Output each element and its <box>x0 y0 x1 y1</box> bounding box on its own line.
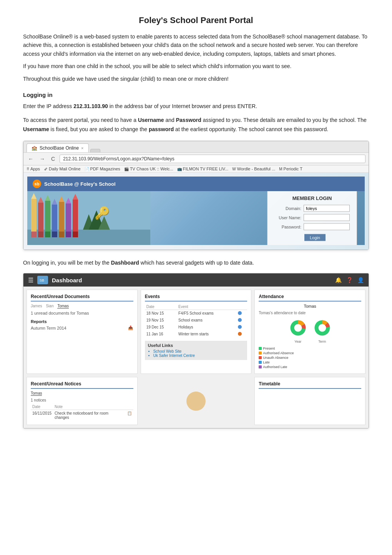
browser-screenshot: 🏫 SchoolBase Online × ← → C ⠿ Apps 🗞 Dai… <box>23 141 369 250</box>
recent-documents-card: Recent/Unread Documents James Sian Tomas… <box>27 290 138 374</box>
event-dot <box>238 325 242 329</box>
event-name: Holidays <box>177 324 236 331</box>
tab-james[interactable]: James <box>31 304 42 308</box>
login-button-row: Login <box>274 233 350 241</box>
wordle-icon: W <box>232 167 236 171</box>
legend-label: Unauth Absence <box>263 356 288 360</box>
dashboard-screenshot: ☰ SB Dashboard 🔔 ❓ 👤 Recent/Unread Docum… <box>23 273 369 428</box>
event-dot-cell <box>236 324 247 331</box>
login-button[interactable]: Login <box>304 234 326 241</box>
unread-count-text: 1 unread documents for Tomas <box>31 311 89 315</box>
help-icon[interactable]: ❓ <box>346 277 353 283</box>
notices-tab-tomas[interactable]: Tomas <box>31 391 42 396</box>
pdf-icon: 📄 <box>85 167 89 171</box>
username-label: Username <box>138 117 164 123</box>
and-text: and <box>164 117 176 123</box>
legend-color-dot <box>259 352 262 355</box>
decoration-area <box>141 377 252 425</box>
forward-button[interactable]: → <box>38 155 47 163</box>
logging-in-heading: Logging in <box>23 92 369 98</box>
event-row: 19 Dec 15 Holidays <box>145 324 247 331</box>
dashboard-title: Dashboard <box>52 277 82 283</box>
term-pie-container: Term <box>312 317 333 343</box>
bk-apps[interactable]: ⠿ Apps <box>27 167 40 171</box>
key-icon: 🔑 <box>95 206 110 220</box>
recent-docs-title: Recent/Unread Documents <box>31 294 133 302</box>
bk-daily-mail[interactable]: 🗞 Daily Mail Online <box>44 167 81 171</box>
event-name: F4/F5 School exams <box>177 310 236 317</box>
legend-item: Late <box>259 360 361 364</box>
legend-color-dot <box>259 347 262 350</box>
back-button[interactable]: ← <box>27 155 35 163</box>
password-input[interactable] <box>304 223 350 230</box>
date-col-header: Date <box>145 304 177 310</box>
bk-periodic[interactable]: M Periodic T <box>279 167 302 171</box>
event-date: 11 Jan 16 <box>145 331 177 338</box>
event-dot-cell <box>236 331 247 338</box>
svg-rect-19 <box>66 232 71 237</box>
user-icon[interactable]: 👤 <box>357 277 364 283</box>
event-row: 18 Nov 15 F4/F5 School exams <box>145 310 247 317</box>
download-icon[interactable]: 📥 <box>128 325 133 330</box>
bk-wordle[interactable]: W Wordle - Beautiful ... <box>232 167 275 171</box>
notices-count: 1 notices <box>31 398 133 402</box>
pencil-image: 🔑 MEMBER LOGIN Domain: User Name: Passwo… <box>27 191 365 245</box>
filmon-icon: 📺 <box>177 167 182 171</box>
bell-icon[interactable]: 🔔 <box>335 277 342 283</box>
uk-safer-link[interactable]: Uk Safer Internet Centre <box>153 353 244 358</box>
bk-pdf[interactable]: 📄 PDF Magazines <box>85 167 120 171</box>
useful-links-title: Useful Links <box>148 343 244 348</box>
inactive-tab[interactable] <box>90 149 100 152</box>
ip-address: 212.31.103.90 <box>73 103 108 109</box>
bk-periodic-label: Periodic T <box>284 167 302 171</box>
svg-point-29 <box>294 324 302 332</box>
tab-sian[interactable]: Sian <box>46 304 53 308</box>
browser-chrome: 🏫 SchoolBase Online × <box>23 141 369 153</box>
dashboard-bold-text: Dashboard <box>111 260 139 266</box>
login-text3: assigned to you. These details are email… <box>201 117 367 123</box>
notices-tabs: Tomas <box>31 391 133 396</box>
school-web-link[interactable]: School Web Site <box>153 349 244 353</box>
username-input[interactable] <box>304 214 350 221</box>
login-title: MEMBER LOGIN <box>274 195 350 201</box>
notice-note: Check the noticeboard for room changes <box>53 410 126 421</box>
bk-pdf-label: PDF Magazines <box>90 167 120 171</box>
username-label-2: Username <box>23 126 49 132</box>
hamburger-icon[interactable]: ☰ <box>28 277 33 284</box>
schoolbase-header-text: SchoolBase @ Foley's School <box>44 181 116 187</box>
schoolbase-dash-logo: SB <box>37 276 48 284</box>
year-label: Year <box>294 340 301 343</box>
legend-item: Unauth Absence <box>259 356 361 360</box>
dashboard-middle-bottom <box>141 377 252 425</box>
event-dot <box>238 318 242 322</box>
dashboard-bottom-row: Recent/Unread Notices Tomas 1 notices Da… <box>23 377 369 428</box>
intro-paragraph-2: If you have more than one child in the s… <box>23 62 369 70</box>
attendance-card: Attendance Tomas Tomas's attendance to d… <box>254 290 365 374</box>
schoolbase-logo-icon: SB <box>39 277 47 283</box>
domain-input[interactable] <box>304 205 350 212</box>
event-row: 11 Jan 16 Winter term starts <box>145 331 247 338</box>
address-bar[interactable] <box>60 155 365 163</box>
tab-tomas[interactable]: Tomas <box>57 304 68 308</box>
bk-tvchaos[interactable]: 🎬 TV Chaos UK :: Welc... <box>124 167 173 171</box>
legend-color-dot <box>259 361 262 364</box>
intro-paragraph-1: SchoolBase Online® is a web-based system… <box>23 32 369 58</box>
notices-note-header: Note <box>53 404 126 410</box>
event-date: 18 Nov 15 <box>145 310 177 317</box>
notices-action-header <box>126 404 133 410</box>
events-table: Date Event 18 Nov 15 F4/F5 School exams … <box>145 304 247 338</box>
svg-rect-11 <box>52 205 57 233</box>
refresh-button[interactable]: C <box>50 155 56 163</box>
tab-close-button[interactable]: × <box>81 146 83 150</box>
event-date: 19 Dec 15 <box>145 324 177 331</box>
active-browser-tab[interactable]: 🏫 SchoolBase Online × <box>27 143 89 152</box>
login-text2: To access the parent portal, you need to… <box>23 117 138 123</box>
bk-filmon[interactable]: 📺 FILMON TV FREE LIV... <box>177 167 229 171</box>
notices-date-header: Date <box>31 404 53 410</box>
password-label-field: Password: <box>274 225 301 229</box>
event-dot-cell <box>236 310 247 317</box>
notice-icon[interactable]: 📋 <box>126 410 133 421</box>
term-label: Term <box>318 340 326 343</box>
bk-filmon-label: FILMON TV FREE LIV... <box>183 167 229 171</box>
svg-rect-17 <box>66 203 71 233</box>
